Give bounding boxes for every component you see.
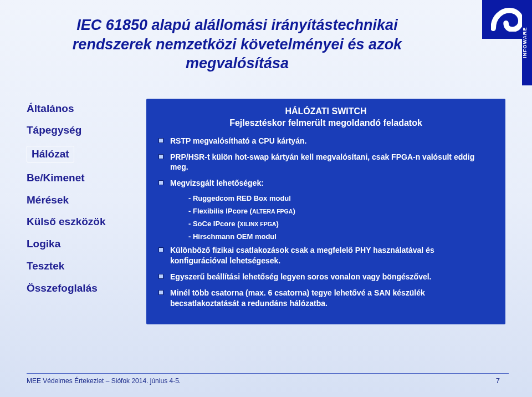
bullet-item: Megvizsgált lehetőségek: bbox=[158, 178, 493, 189]
bullet-icon bbox=[158, 274, 163, 279]
bullet-text: RSTP megvalósítható a CPU kártyán. bbox=[170, 136, 306, 146]
bullet-text: PRP/HSR-t külön hot-swap kártyán kell me… bbox=[170, 152, 493, 173]
footer: MEE Védelmes Értekezlet – Siófok 2014. j… bbox=[27, 373, 509, 385]
bullet-icon bbox=[158, 154, 163, 159]
slide: INFOWARE IEC 61850 alapú alállomási irán… bbox=[0, 0, 532, 397]
bullet-item: Egyszerű beállítási lehetőség legyen sor… bbox=[158, 272, 493, 282]
sidebar-item[interactable]: Általános bbox=[27, 102, 132, 115]
bullet-text: Minél több csatorna (max. 6 csatorna) te… bbox=[170, 288, 493, 309]
sidebar-item[interactable]: Hálózat bbox=[27, 146, 74, 162]
content-heading: HÁLÓZATI SWITCH bbox=[158, 106, 493, 116]
bullet-text: Megvizsgált lehetőségek: bbox=[170, 178, 264, 189]
sidebar-item[interactable]: Mérések bbox=[27, 194, 132, 207]
content-subheading: Fejlesztéskor felmerült megoldandó felad… bbox=[158, 118, 493, 128]
sidebar-item[interactable]: Tesztek bbox=[27, 259, 132, 273]
sidebar: ÁltalánosTápegységHálózatBe/KimenetMérés… bbox=[27, 99, 132, 324]
page-title: IEC 61850 alapú alállomási irányítástech… bbox=[27, 16, 448, 73]
title-line: rendszerek nemzetközi követelményei és a… bbox=[27, 35, 448, 54]
sidebar-item[interactable]: Külső eszközök bbox=[27, 215, 132, 228]
sub-bullet: - Flexibilis IPcore (ALTERA FPGA) bbox=[188, 207, 493, 215]
logo-side-label: INFOWARE bbox=[522, 0, 532, 85]
sidebar-item[interactable]: Összefoglalás bbox=[27, 282, 132, 295]
sub-bullet: - SoCe IPcore (XILINX FPGA) bbox=[188, 220, 493, 228]
bullet-item: RSTP megvalósítható a CPU kártyán. bbox=[158, 136, 493, 146]
sidebar-item[interactable]: Tápegység bbox=[27, 124, 132, 137]
sub-bullet: - Hirschmann OEM modul bbox=[188, 232, 493, 241]
bullet-text: Egyszerű beállítási lehetőség legyen sor… bbox=[170, 272, 431, 282]
sub-bullet: - Ruggedcom RED Box modul bbox=[188, 194, 493, 202]
bullet-text: Különböző fizikai csatlakozások csak a m… bbox=[170, 245, 493, 266]
footer-text: MEE Védelmes Értekezlet – Siófok 2014. j… bbox=[27, 377, 181, 385]
bullet-icon bbox=[158, 290, 163, 295]
sidebar-item[interactable]: Be/Kimenet bbox=[27, 171, 132, 185]
title-line: IEC 61850 alapú alállomási irányítástech… bbox=[27, 16, 448, 35]
bullet-icon bbox=[158, 247, 163, 252]
bullet-item: PRP/HSR-t külön hot-swap kártyán kell me… bbox=[158, 152, 493, 173]
bullet-icon bbox=[158, 180, 163, 185]
content-panel: HÁLÓZATI SWITCH Fejlesztéskor felmerült … bbox=[146, 99, 505, 324]
footer-divider bbox=[27, 373, 509, 374]
page-number: 7 bbox=[496, 376, 500, 385]
bullet-item: Különböző fizikai csatlakozások csak a m… bbox=[158, 245, 493, 266]
title-line: megvalósítása bbox=[27, 54, 448, 73]
bullet-icon bbox=[158, 138, 163, 143]
bullet-item: Minél több csatorna (max. 6 csatorna) te… bbox=[158, 288, 493, 309]
sidebar-item[interactable]: Logika bbox=[27, 237, 132, 251]
